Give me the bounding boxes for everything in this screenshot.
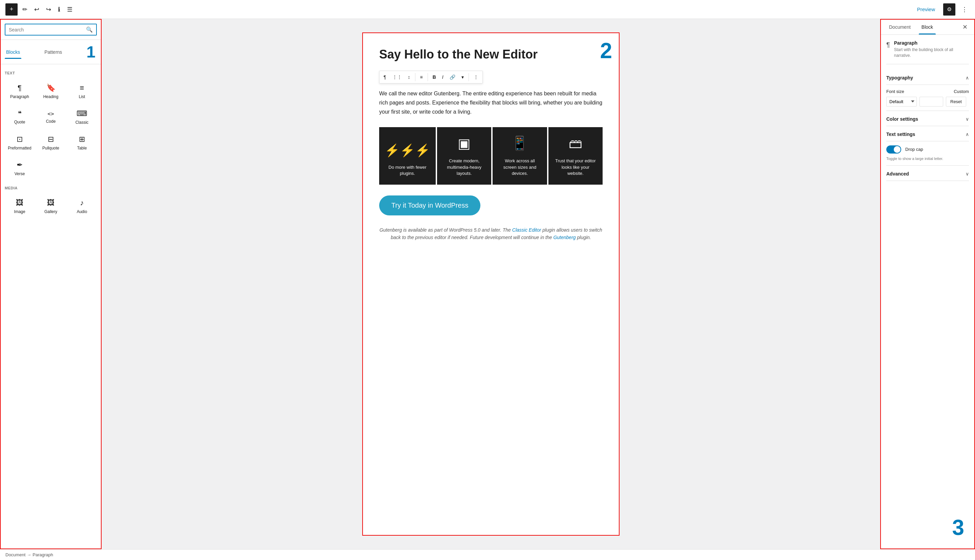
feature-card-4: 🗃 Trust that your editor looks like your… — [549, 127, 603, 185]
drag-handle-button[interactable]: ⋮⋮ — [390, 72, 405, 82]
link-button[interactable]: 🔗 — [447, 72, 458, 82]
toolbar-divider-3 — [468, 73, 469, 81]
align-button[interactable]: ≡ — [417, 72, 426, 82]
block-quote[interactable]: ❝ Quote — [5, 105, 35, 129]
info-button[interactable]: ℹ — [56, 4, 62, 15]
status-document[interactable]: Document — [5, 552, 25, 557]
color-settings-label: Color settings — [886, 116, 918, 122]
gutenberg-link[interactable]: Gutenberg — [553, 235, 575, 240]
plugins-icon: ⚡⚡⚡ — [385, 143, 430, 158]
search-container: 🔍 — [1, 20, 101, 40]
tab-patterns[interactable]: Patterns — [43, 45, 63, 59]
editor-title[interactable]: Say Hello to the New Editor — [379, 47, 603, 63]
block-info-title: Paragraph — [894, 40, 969, 46]
search-input[interactable] — [9, 27, 83, 32]
font-size-select[interactable]: Default — [886, 97, 917, 107]
pullquote-icon: ⊟ — [48, 135, 54, 144]
more-button[interactable]: ⋮ — [960, 4, 970, 15]
advanced-section-header[interactable]: Advanced ∨ — [886, 167, 969, 181]
bold-button[interactable]: B — [430, 72, 439, 82]
feature-text-1: Do more with fewer plugins. — [385, 164, 430, 177]
status-arrow-icon: → — [27, 552, 31, 557]
blocks-tabs-row: Blocks Patterns 1 — [1, 40, 101, 64]
preformatted-label: Preformatted — [8, 146, 31, 150]
move-button[interactable]: ↕ — [405, 72, 413, 82]
classic-editor-link[interactable]: Classic Editor — [512, 227, 541, 233]
redo-button[interactable]: ↪ — [44, 4, 53, 15]
left-sidebar: 🔍 Blocks Patterns 1 TEXT ¶ Paragraph 🔖 H… — [0, 19, 102, 549]
paragraph-type-button[interactable]: ¶ — [381, 72, 389, 82]
block-classic[interactable]: ⌨ Classic — [67, 105, 97, 129]
heading-icon: 🔖 — [46, 83, 55, 92]
block-table[interactable]: ⊞ Table — [67, 130, 97, 155]
tab-document[interactable]: Document — [886, 20, 913, 35]
text-settings-header[interactable]: Text settings ∧ — [886, 127, 969, 142]
block-info-icon: ¶ — [886, 40, 890, 49]
editor-number-two: 2 — [600, 40, 612, 62]
drop-cap-row: Drop cap — [886, 145, 969, 153]
block-heading[interactable]: 🔖 Heading — [36, 79, 66, 103]
font-size-controls: Default Reset — [886, 97, 969, 107]
font-size-row: Font size Custom — [886, 89, 969, 94]
block-paragraph[interactable]: ¶ Paragraph — [5, 79, 35, 103]
toolbar-right: Preview ⚙ ⋮ — [913, 3, 970, 15]
more-rich-button[interactable]: ▾ — [459, 72, 467, 82]
image-label: Image — [14, 209, 25, 214]
block-info: ¶ Paragraph Start with the building bloc… — [886, 40, 969, 64]
editor-canvas: 2 Say Hello to the New Editor ¶ ⋮⋮ ↕ ≡ B… — [362, 32, 620, 536]
color-settings-chevron-icon: ∨ — [965, 116, 969, 122]
text-settings-section: Text settings ∧ Drop cap Toggle to show … — [886, 127, 969, 166]
custom-label: Custom — [954, 89, 969, 94]
image-icon: 🖼 — [16, 198, 23, 207]
search-icon: 🔍 — [86, 27, 93, 33]
block-pullquote[interactable]: ⊟ Pullquote — [36, 130, 66, 155]
add-block-button[interactable]: + — [5, 3, 18, 15]
reset-font-button[interactable]: Reset — [946, 97, 966, 107]
color-settings-header[interactable]: Color settings ∨ — [886, 112, 969, 126]
block-code[interactable]: <> Code — [36, 105, 66, 129]
feature-grid: ⚡⚡⚡ Do more with fewer plugins. ▣ Create… — [379, 127, 603, 185]
feature-card-3: 📱 Work across all screen sizes and devic… — [493, 127, 547, 185]
pencil-button[interactable]: ✏ — [20, 4, 30, 15]
paragraph-icon: ¶ — [18, 83, 22, 92]
block-verse[interactable]: ✒ Verse — [5, 156, 35, 181]
block-gallery[interactable]: 🖼 Gallery — [36, 194, 66, 218]
footer-text-before: Gutenberg is available as part of WordPr… — [380, 227, 512, 233]
list-view-button[interactable]: ☰ — [65, 4, 74, 15]
block-image[interactable]: 🖼 Image — [5, 194, 35, 218]
verse-icon: ✒ — [17, 161, 23, 169]
editor-body-text[interactable]: We call the new editor Gutenberg. The en… — [379, 89, 603, 117]
paragraph-label: Paragraph — [10, 94, 29, 99]
drop-cap-toggle[interactable] — [886, 145, 901, 153]
undo-button[interactable]: ↩ — [32, 4, 41, 15]
block-info-description: Start with the building block of all nar… — [894, 47, 969, 58]
settings-button[interactable]: ⚙ — [943, 3, 955, 15]
tab-block[interactable]: Block — [919, 20, 936, 35]
media-blocks-grid: 🖼 Image 🖼 Gallery ♪ Audio — [5, 194, 97, 218]
typography-section-header[interactable]: Typography ∧ — [886, 71, 969, 85]
preview-button[interactable]: Preview — [913, 4, 939, 14]
feature-text-3: Work across all screen sizes and devices… — [498, 158, 541, 177]
main-layout: 🔍 Blocks Patterns 1 TEXT ¶ Paragraph 🔖 H… — [0, 19, 975, 549]
text-section-label: TEXT — [5, 71, 97, 75]
cta-button[interactable]: Try it Today in WordPress — [379, 195, 480, 215]
drop-cap-hint: Toggle to show a large initial letter. — [886, 156, 969, 161]
typography-label: Typography — [886, 75, 913, 80]
audio-icon: ♪ — [80, 198, 84, 207]
block-preformatted[interactable]: ⊡ Preformatted — [5, 130, 35, 155]
block-info-text: Paragraph Start with the building block … — [894, 40, 969, 58]
block-audio[interactable]: ♪ Audio — [67, 194, 97, 218]
verse-label: Verse — [15, 172, 25, 176]
italic-button[interactable]: I — [440, 72, 446, 82]
font-size-label: Font size — [886, 89, 950, 94]
more-options-button[interactable]: ⋮ — [471, 72, 481, 82]
toolbar-divider-2 — [428, 73, 428, 81]
tab-blocks[interactable]: Blocks — [5, 45, 21, 59]
close-sidebar-button[interactable]: ✕ — [961, 22, 969, 32]
quote-label: Quote — [14, 120, 25, 125]
custom-size-input[interactable] — [920, 97, 943, 107]
typography-chevron-icon: ∧ — [965, 75, 969, 80]
advanced-chevron-icon: ∨ — [965, 171, 969, 177]
right-tabs-row: Document Block ✕ — [881, 20, 974, 35]
block-list[interactable]: ≡ List — [67, 79, 97, 103]
